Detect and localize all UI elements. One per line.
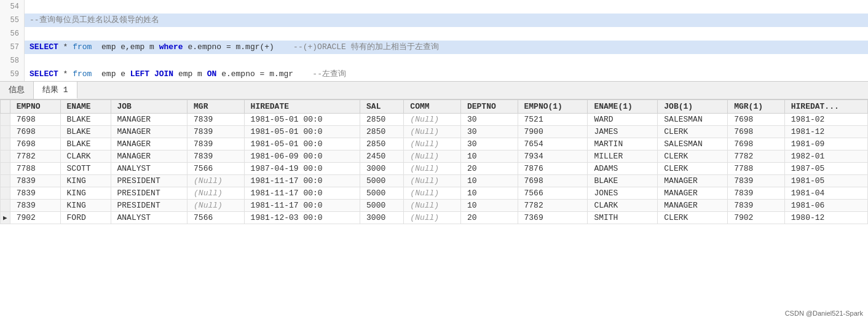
table-cell: 10 [460, 187, 518, 200]
table-cell: 7839 [728, 175, 785, 187]
col-mgr: MGR [187, 100, 245, 114]
table-cell: 7839 [187, 138, 245, 150]
table-cell: CLERK [658, 212, 728, 224]
table-cell [1, 114, 10, 126]
table-cell: ADAMS [588, 163, 658, 175]
table-cell: MANAGER [658, 200, 728, 212]
table-cell: 1981-05-01 00:0 [244, 138, 360, 150]
table-cell: 7698 [728, 126, 785, 138]
table-cell: 1981-04 [784, 187, 867, 200]
col-hiredate: HIREDATE [244, 100, 360, 114]
table-cell: CLERK [658, 126, 728, 138]
table-cell: SCOTT [60, 163, 111, 175]
table-cell: 20 [460, 163, 518, 175]
table-cell: 1982-01 [784, 150, 867, 163]
table-cell: MANAGER [658, 175, 728, 187]
code-line-59: 59 SELECT * from emp e LEFT JOIN emp m O… [0, 68, 868, 81]
table-cell: 7839 [187, 114, 245, 126]
table-body: 7698BLAKEMANAGER78391981-05-01 00:02850(… [1, 114, 868, 224]
table-cell: (Null) [404, 138, 461, 150]
table-cell: PRESIDENT [111, 175, 187, 187]
line-number-57: 57 [0, 41, 25, 54]
table-cell: 2850 [360, 114, 404, 126]
table-cell: 30 [460, 138, 518, 150]
table-cell: ANALYST [111, 212, 187, 224]
table-cell: 7839 [187, 126, 245, 138]
code-line-58: 58 [0, 54, 868, 68]
table-cell: 7839 [728, 200, 785, 212]
table-cell: BLAKE [60, 114, 111, 126]
col-sal: SAL [360, 100, 404, 114]
table-row: ▶7902FORDANALYST75661981-12-03 00:03000(… [1, 212, 868, 224]
table-cell: 7839 [10, 187, 60, 200]
table-cell: KING [60, 200, 111, 212]
code-editor: 54 55 --查询每位员工姓名以及领导的姓名 56 57 SELECT * f… [0, 0, 868, 82]
table-cell: PRESIDENT [111, 187, 187, 200]
table-cell [1, 150, 10, 163]
table-cell: 1981-02 [784, 114, 867, 126]
col-job: JOB [111, 100, 187, 114]
table-cell [1, 187, 10, 200]
table-cell: 1987-04-19 00:0 [244, 163, 360, 175]
table-header-row: EMPNO ENAME JOB MGR HIREDATE SAL COMM DE… [1, 100, 868, 114]
table-cell [1, 200, 10, 212]
results-area[interactable]: EMPNO ENAME JOB MGR HIREDATE SAL COMM DE… [0, 100, 868, 224]
table-cell: 7839 [187, 150, 245, 163]
table-cell: (Null) [187, 187, 245, 200]
code-line-54: 54 [0, 0, 868, 14]
table-cell: 1981-05 [784, 175, 867, 187]
table-cell: 1981-06 [784, 200, 867, 212]
table-cell: 1980-12 [784, 212, 867, 224]
line-number-54: 54 [0, 0, 25, 14]
table-cell [1, 175, 10, 187]
table-cell: CLARK [60, 150, 111, 163]
col-deptno: DEPTNO [460, 100, 518, 114]
table-cell: 1981-12 [784, 126, 867, 138]
table-cell: 7369 [518, 212, 588, 224]
table-cell: (Null) [187, 200, 245, 212]
line-number-59: 59 [0, 68, 25, 81]
line-number-58: 58 [0, 54, 25, 68]
table-row: 7698BLAKEMANAGER78391981-05-01 00:02850(… [1, 138, 868, 150]
line-content-59: SELECT * from emp e LEFT JOIN emp m ON e… [25, 68, 868, 81]
table-cell: BLAKE [60, 138, 111, 150]
table-row: 7698BLAKEMANAGER78391981-05-01 00:02850(… [1, 126, 868, 138]
table-cell: (Null) [187, 175, 245, 187]
tab-info[interactable]: 信息 [0, 82, 34, 99]
col-comm: COMM [404, 100, 461, 114]
table-cell: CLARK [588, 200, 658, 212]
table-cell: 7698 [518, 175, 588, 187]
table-cell: ANALYST [111, 163, 187, 175]
table-cell: 30 [460, 126, 518, 138]
tab-result1[interactable]: 结果 1 [34, 82, 77, 99]
table-cell: CLERK [658, 150, 728, 163]
table-cell: 7876 [518, 163, 588, 175]
table-cell: KING [60, 187, 111, 200]
table-cell: MANAGER [658, 187, 728, 200]
table-cell: 1981-06-09 00:0 [244, 150, 360, 163]
table-cell: MANAGER [111, 114, 187, 126]
line-content-57: SELECT * from emp e,emp m where e.empno … [25, 41, 868, 54]
table-cell: 10 [460, 200, 518, 212]
table-cell: FORD [60, 212, 111, 224]
table-cell: 7654 [518, 138, 588, 150]
table-cell: 7839 [728, 187, 785, 200]
results-table: EMPNO ENAME JOB MGR HIREDATE SAL COMM DE… [0, 100, 868, 224]
table-cell: 1981-05-01 00:0 [244, 126, 360, 138]
table-cell: CLERK [658, 163, 728, 175]
table-cell: 7839 [10, 200, 60, 212]
table-cell: 7698 [10, 138, 60, 150]
table-cell: SALESMAN [658, 114, 728, 126]
col-empno1: EMPNO(1) [518, 100, 588, 114]
table-cell [1, 163, 10, 175]
table-cell: 7782 [10, 150, 60, 163]
table-cell: 7839 [10, 175, 60, 187]
table-cell: 7782 [728, 150, 785, 163]
table-cell: 10 [460, 175, 518, 187]
table-cell: (Null) [404, 114, 461, 126]
table-cell: 7902 [728, 212, 785, 224]
col-ename1: ENAME(1) [588, 100, 658, 114]
table-cell: 7934 [518, 150, 588, 163]
table-cell: 7698 [728, 138, 785, 150]
table-cell [1, 126, 10, 138]
